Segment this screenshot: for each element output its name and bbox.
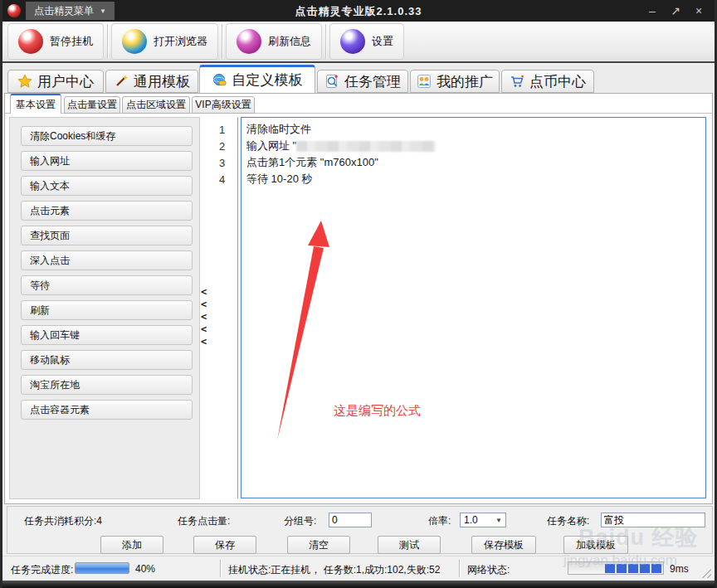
statusbar-separator <box>220 560 221 577</box>
close-button[interactable]: × <box>692 5 705 17</box>
rate-label: 倍率: <box>428 514 451 528</box>
subtab-clicks[interactable]: 点击量设置 <box>64 96 120 114</box>
script-line: 输入网址 " <box>246 138 700 154</box>
clear-button[interactable]: 清空 <box>287 536 350 554</box>
globe-link-icon <box>212 73 227 88</box>
open-browser-button[interactable]: 打开浏览器 <box>111 23 218 60</box>
settings-label: 设置 <box>372 34 393 49</box>
cmd-taobao-location-button[interactable]: 淘宝所在地 <box>21 375 193 395</box>
cmd-wait-button[interactable]: 等待 <box>21 275 193 295</box>
custom-template-page: 基本设置 点击量设置 点击区域设置 VIP高级设置 清除Cookies和缓存 输… <box>4 93 713 504</box>
network-bar-segment <box>640 564 650 573</box>
tab-task-manage-label: 任务管理 <box>344 72 401 91</box>
latency-value: 9ms <box>670 563 689 575</box>
network-bar-segment <box>617 564 627 573</box>
toolbar-separator <box>325 24 326 59</box>
task-name-input[interactable] <box>601 513 705 527</box>
maximize-button[interactable]: ↗ <box>669 5 682 17</box>
app-window: 点击精灵菜单 ▼ 点击精灵专业版2.1.0.33 – ↗ × 暂停挂机 打开浏览… <box>0 0 717 588</box>
minimize-button[interactable]: – <box>646 5 659 17</box>
progress-bar <box>75 562 129 574</box>
cmd-clear-cookies-button[interactable]: 清除Cookies和缓存 <box>21 126 193 146</box>
settings-sphere-icon <box>340 29 365 54</box>
tab-coin-center-label: 点币中心 <box>529 72 586 91</box>
load-template-button[interactable]: 加载模板 <box>563 536 628 554</box>
toolbar: 暂停挂机 打开浏览器 刷新信息 设置 <box>2 22 715 63</box>
script-editor[interactable]: 清除临时文件 输入网址 " 点击第1个元素 "m760x100" 等待 10-2… <box>241 117 706 498</box>
task-clicks-label: 任务点击量: <box>178 514 230 528</box>
save-button[interactable]: 保存 <box>193 536 256 554</box>
refresh-info-button[interactable]: 刷新信息 <box>226 23 322 60</box>
tab-user-center-label: 用户中心 <box>37 72 94 91</box>
cmd-refresh-button[interactable]: 刷新 <box>21 300 193 320</box>
rate-value: 1.0 <box>464 514 478 526</box>
script-line: 点击第1个元素 "m760x100" <box>246 154 700 171</box>
cmd-enter-url-button[interactable]: 输入网址 <box>21 151 193 171</box>
tab-general-template[interactable]: 通用模板 <box>105 70 198 93</box>
tab-custom-template-label: 自定义模板 <box>232 70 303 90</box>
task-panel: 任务共消耗积分:4 任务点击量: 分组号: 倍率: 1.0 ▼ 任务名称: 添加… <box>7 506 713 554</box>
network-bar-segment <box>651 564 661 573</box>
line-number: 3 <box>219 155 237 172</box>
network-meter <box>568 561 664 575</box>
window-title: 点击精灵专业版2.1.0.33 <box>0 4 717 19</box>
cmd-find-page-button[interactable]: 查找页面 <box>21 226 193 245</box>
save-template-button[interactable]: 保存模板 <box>471 536 536 554</box>
script-line: 清除临时文件 <box>246 121 700 138</box>
pause-hangup-button[interactable]: 暂停挂机 <box>7 23 104 60</box>
test-button[interactable]: 测试 <box>378 536 441 554</box>
hangup-status-text: 挂机状态:正在挂机， 任务数:1,成功:102,失败:52 <box>228 563 440 577</box>
people-icon <box>417 74 432 89</box>
line-number: 1 <box>219 122 237 138</box>
window-controls: – ↗ × <box>646 0 705 22</box>
cmd-move-mouse-button[interactable]: 移动鼠标 <box>21 350 193 370</box>
subtab-clicks-label: 点击量设置 <box>67 98 117 112</box>
cmd-click-container-button[interactable]: 点击容器元素 <box>21 400 193 420</box>
line-number: 4 <box>219 172 237 188</box>
refresh-info-label: 刷新信息 <box>268 34 311 49</box>
command-sidebar: 清除Cookies和缓存 输入网址 输入文本 点击元素 查找页面 深入点击 等待… <box>9 117 200 499</box>
line-number-gutter: 1 2 3 4 <box>210 117 238 498</box>
settings-button[interactable]: 设置 <box>329 23 404 60</box>
shopping-cart-icon <box>510 74 524 89</box>
line-number: 2 <box>219 138 237 155</box>
cmd-deep-click-button[interactable]: 深入点击 <box>21 250 193 270</box>
pause-hangup-label: 暂停挂机 <box>50 34 93 49</box>
tab-coin-center[interactable]: 点币中心 <box>501 70 594 93</box>
cmd-enter-key-button[interactable]: 输入回车键 <box>21 325 193 345</box>
main-tab-bar: 用户中心 通用模板 自定义模板 任务管理 我的推广 点币中心 <box>2 65 715 93</box>
open-browser-label: 打开浏览器 <box>154 34 207 49</box>
script-line: 等待 10-20 秒 <box>246 171 700 187</box>
group-number-label: 分组号: <box>284 514 316 528</box>
subtab-basic[interactable]: 基本设置 <box>10 94 61 114</box>
doc-search-icon <box>324 74 339 89</box>
resize-grip[interactable] <box>700 566 711 578</box>
add-button[interactable]: 添加 <box>100 536 163 554</box>
tab-my-promotion[interactable]: 我的推广 <box>410 70 500 93</box>
browser-sphere-icon <box>122 29 147 54</box>
subtab-vip[interactable]: VIP高级设置 <box>192 96 255 114</box>
network-bar-segment <box>628 564 638 573</box>
status-bar: 任务完成进度: 40% 挂机状态:正在挂机， 任务数:1,成功:102,失败:5… <box>2 556 715 581</box>
subtab-click-area[interactable]: 点击区域设置 <box>122 96 190 114</box>
rate-dropdown[interactable]: 1.0 ▼ <box>460 513 506 527</box>
title-bar: 点击精灵菜单 ▼ 点击精灵专业版2.1.0.33 – ↗ × <box>0 0 717 22</box>
subtab-vip-label: VIP高级设置 <box>195 98 251 112</box>
points-consumed-value: 4 <box>96 515 102 527</box>
chevron-down-icon: ▼ <box>495 517 502 524</box>
cmd-enter-text-button[interactable]: 输入文本 <box>21 176 193 196</box>
toolbar-separator <box>107 24 108 59</box>
network-status-label: 网络状态: <box>467 563 510 577</box>
progress-label: 任务完成进度: <box>11 563 73 577</box>
magic-wand-icon <box>114 74 129 89</box>
tab-custom-template[interactable]: 自定义模板 <box>199 65 315 93</box>
tab-task-manage[interactable]: 任务管理 <box>317 70 408 93</box>
refresh-sphere-icon <box>237 29 261 54</box>
points-consumed-text: 任务共消耗积分: <box>24 515 96 527</box>
pause-sphere-icon <box>18 29 43 54</box>
cmd-click-element-button[interactable]: 点击元素 <box>21 201 193 221</box>
toolbar-separator <box>222 24 222 59</box>
group-number-input[interactable] <box>329 513 372 527</box>
subtab-basic-label: 基本设置 <box>16 98 56 112</box>
tab-user-center[interactable]: 用户中心 <box>7 70 104 93</box>
